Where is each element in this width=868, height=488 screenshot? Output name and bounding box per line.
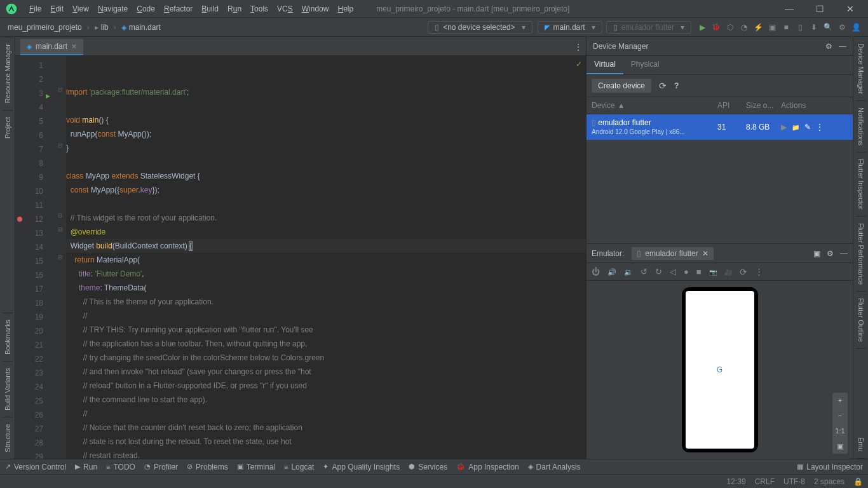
attach-debugger-button[interactable]: ▣ [765, 20, 779, 34]
overview-icon[interactable] [696, 267, 702, 276]
profiler-tab[interactable]: ◔ Profiler [144, 463, 178, 471]
flutter-inspector-tab[interactable]: Flutter Inspector [856, 152, 866, 216]
zoom-out-button[interactable]: − [832, 408, 848, 423]
breadcrumb-project[interactable]: meu_primeiro_projeto [5, 22, 85, 33]
window-mode-icon[interactable]: ▣ [813, 249, 820, 258]
notifications-tab[interactable]: Notifications [856, 101, 866, 152]
volume-up-icon[interactable] [607, 267, 616, 276]
col-api[interactable]: API [717, 101, 746, 110]
power-icon[interactable] [592, 267, 600, 276]
launch-avd-icon[interactable] [781, 123, 787, 132]
breadcrumb-folder[interactable]: lib [92, 22, 111, 33]
avd-manager-button[interactable]: ▯ [793, 20, 807, 34]
more-icon[interactable] [755, 267, 763, 276]
minimize-button[interactable]: — [776, 4, 802, 14]
build-variants-tab[interactable]: Build Variants [3, 361, 13, 417]
layout-inspector-tab[interactable]: ▦ Layout Inspector [797, 463, 863, 471]
edit-avd-icon[interactable] [804, 123, 811, 132]
status-readonly-icon[interactable]: 🔒 [853, 477, 863, 486]
menu-code[interactable]: Code [133, 3, 159, 15]
menu-build[interactable]: Build [198, 3, 222, 15]
status-eol[interactable]: CRLF [755, 477, 775, 486]
device-manager-minimize-icon[interactable] [839, 42, 846, 51]
zoom-in-button[interactable]: + [832, 393, 848, 408]
bookmarks-tab[interactable]: Bookmarks [3, 313, 13, 361]
debug-button[interactable] [709, 20, 723, 34]
menu-edit[interactable]: Edit [46, 3, 67, 15]
close-icon[interactable]: ✕ [702, 249, 709, 258]
code-editor[interactable]: 123▶456789101112131415161718192021222324… [15, 56, 586, 459]
open-folder-icon[interactable] [792, 123, 799, 132]
dart-analysis-tab[interactable]: ◈ Dart Analysis [528, 463, 581, 471]
structure-tab[interactable]: Structure [3, 417, 13, 459]
close-button[interactable]: ✕ [837, 4, 863, 14]
menu-window[interactable]: Window [298, 3, 333, 15]
stop-button[interactable]: ■ [779, 20, 793, 34]
code-area[interactable]: ✓ import 'package:flutter/material.dart'… [66, 56, 586, 459]
menu-vcs[interactable]: VCS [273, 3, 297, 15]
settings-button[interactable] [835, 20, 849, 34]
breadcrumb-file[interactable]: main.dart [119, 22, 163, 33]
help-icon[interactable] [674, 81, 679, 90]
account-button[interactable]: 👤 [849, 20, 863, 34]
create-device-button[interactable]: Create device [592, 79, 651, 93]
close-tab-icon[interactable]: ✕ [71, 43, 77, 51]
menu-run[interactable]: Run [224, 3, 245, 15]
version-control-tab[interactable]: ↗ Version Control [5, 463, 66, 471]
device-manager-settings-icon[interactable] [825, 42, 832, 51]
status-position[interactable]: 12:39 [727, 477, 746, 486]
app-quality-tab[interactable]: ✦ App Quality Insights [323, 463, 400, 471]
volume-down-icon[interactable] [624, 267, 633, 276]
menu-tools[interactable]: Tools [247, 3, 272, 15]
emulator-tool-tab[interactable]: Emu [856, 431, 866, 459]
virtual-tab[interactable]: Virtual [587, 56, 623, 74]
maximize-button[interactable]: ☐ [807, 4, 832, 14]
flutter-performance-tab[interactable]: Flutter Performance [856, 217, 866, 292]
device-screen[interactable]: G [686, 291, 754, 449]
hot-reload-button[interactable]: ⚡ [751, 20, 765, 34]
status-encoding[interactable]: UTF-8 [783, 477, 805, 486]
sdk-manager-button[interactable]: ⬇ [807, 20, 821, 34]
profile-button[interactable]: ◔ [737, 20, 751, 34]
flutter-outline-tab[interactable]: Flutter Outline [856, 292, 866, 349]
refresh-icon[interactable] [659, 81, 667, 91]
services-tab[interactable]: ⬢ Services [409, 463, 447, 471]
project-tab[interactable]: Project [3, 110, 13, 145]
device-manager-tab[interactable]: Device Manager [856, 37, 866, 101]
zoom-fit-button[interactable]: 1:1 [832, 423, 848, 438]
record-icon[interactable] [724, 267, 732, 276]
emulator-settings-icon[interactable] [827, 249, 834, 258]
app-inspection-tab[interactable]: 🐞 App Inspection [456, 463, 519, 471]
coverage-button[interactable]: ⬡ [723, 20, 737, 34]
status-indent[interactable]: 2 spaces [814, 477, 844, 486]
screenshot-icon[interactable] [709, 267, 717, 276]
back-icon[interactable] [670, 267, 676, 276]
todo-tab[interactable]: ≡ TODO [106, 463, 135, 471]
run-config-selector[interactable]: main.dart [538, 21, 602, 34]
physical-tab[interactable]: Physical [623, 56, 667, 74]
inspection-ok-icon[interactable]: ✓ [576, 60, 582, 69]
menu-navigate[interactable]: Navigate [94, 3, 132, 15]
tab-options-icon[interactable]: ⋮ [571, 39, 586, 55]
zoom-actual-button[interactable]: ▣ [832, 438, 848, 454]
more-actions-icon[interactable] [816, 123, 824, 132]
terminal-tab[interactable]: ▣ Terminal [237, 463, 275, 471]
menu-refactor[interactable]: Refactor [160, 3, 196, 15]
emulator-view[interactable]: G + − 1:1 ▣ [587, 281, 853, 459]
search-button[interactable] [821, 20, 835, 34]
device-selector[interactable]: <no device selected> [428, 21, 532, 34]
run-tab[interactable]: ▶ Run [75, 463, 97, 471]
flutter-device-selector[interactable]: emulador flutter [606, 21, 691, 34]
device-row[interactable]: emulador flutter Android 12.0 Google Pla… [587, 114, 853, 140]
reload-icon[interactable] [740, 267, 747, 277]
menu-view[interactable]: View [69, 3, 93, 15]
problems-tab[interactable]: ⊘ Problems [187, 463, 228, 471]
rotate-right-icon[interactable] [655, 267, 662, 276]
col-size[interactable]: Size o... [746, 101, 781, 110]
menu-file[interactable]: File [25, 3, 45, 15]
rotate-left-icon[interactable] [641, 267, 648, 276]
resource-manager-tab[interactable]: Resource Manager [3, 37, 13, 110]
logcat-tab[interactable]: ≡ Logcat [284, 463, 314, 471]
home-icon[interactable] [684, 267, 689, 276]
emulator-minimize-icon[interactable] [840, 249, 848, 258]
